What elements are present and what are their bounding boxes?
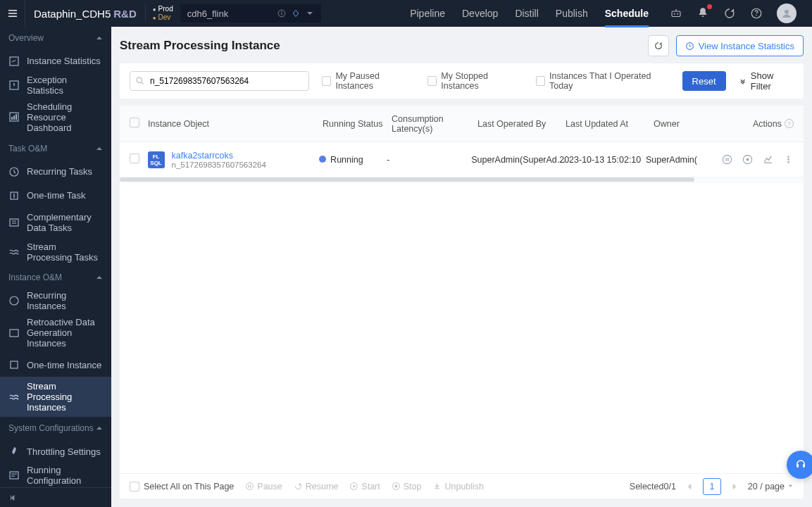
resume-button[interactable]: Resume [294, 482, 339, 492]
operated-by-value: SuperAdmin(SuperAd… [471, 155, 559, 165]
sidebar-item-onetime-task[interactable]: One-time Task [0, 184, 111, 208]
chevron-up-icon [96, 274, 103, 281]
owner-value: SuperAdmin( [646, 155, 722, 165]
select-all-checkbox[interactable]: Select All on This Page [130, 482, 234, 492]
svg-point-29 [787, 158, 789, 160]
col-owner: Owner [654, 119, 731, 129]
next-page-icon[interactable] [728, 480, 741, 493]
sidebar-group-task-om[interactable]: Task O&M [0, 137, 111, 160]
assistant-icon[interactable] [670, 7, 682, 20]
table-header: Instance Object Running Status Consumpti… [120, 106, 804, 142]
download-icon [432, 482, 442, 491]
help-icon[interactable] [750, 7, 763, 20]
start-button[interactable]: Start [349, 482, 380, 492]
sidebar-item-stream-instances[interactable]: Stream Processing Instances [0, 377, 111, 417]
svg-point-25 [723, 155, 731, 163]
reset-button[interactable]: Reset [682, 71, 726, 91]
sidebar-item-complementary-tasks[interactable]: Complementary Data Tasks [0, 208, 111, 237]
menu-icon [7, 8, 18, 19]
svg-point-9 [785, 10, 789, 14]
pause-action-icon[interactable] [722, 154, 732, 165]
diamond-icon [292, 9, 300, 18]
nav-publish[interactable]: Publish [556, 0, 588, 27]
show-filter-toggle[interactable]: Show Filter [739, 70, 794, 92]
refresh-icon [654, 41, 663, 51]
sidebar-item-retroactive-instances[interactable]: Retroactive Data Generation Instances [0, 313, 111, 353]
horizontal-scrollbar[interactable] [120, 177, 804, 183]
menu-toggle[interactable] [0, 0, 25, 27]
status-dot-icon [319, 156, 326, 163]
sidebar-group-instance-om[interactable]: Instance O&M [0, 267, 111, 289]
sidebar-item-recurring-tasks[interactable]: Recurring Tasks [0, 160, 111, 184]
brand-suffix: R&D [113, 8, 137, 20]
help-icon[interactable]: ? [785, 119, 794, 128]
col-operated-by: Last Operated By [477, 119, 566, 129]
project-name: cdh6_flink [187, 8, 229, 19]
page-number[interactable]: 1 [703, 478, 721, 495]
nav-distill[interactable]: Distill [515, 0, 538, 27]
nav-schedule[interactable]: Schedule [605, 0, 649, 27]
sidebar-item-recurring-instances[interactable]: Recurring Instances [0, 289, 111, 313]
sidebar-item-onetime-instance[interactable]: One-time Instance [0, 353, 111, 377]
selected-count: Selected0/1 [630, 482, 676, 492]
sidebar-item-instance-statistics[interactable]: Instance Statistics [0, 49, 111, 73]
project-selector[interactable]: cdh6_flink [180, 4, 321, 23]
clock-icon [685, 42, 694, 51]
prev-page-icon[interactable] [683, 480, 696, 493]
stop-action-icon[interactable] [742, 154, 753, 165]
sidebar-item-running-config[interactable]: Running Configuration [0, 463, 111, 487]
table-footer: Select All on This Page Pause Resume Sta… [120, 473, 804, 499]
checkbox-today[interactable]: Instances That I Operated Today [536, 71, 670, 91]
pause-icon [245, 482, 254, 491]
svg-point-5 [677, 13, 678, 15]
updated-at-value: 2023-10-13 15:02:10 [559, 155, 646, 165]
checkbox-stopped[interactable]: My Stopped Instances [427, 71, 523, 91]
brand-name: Dataphin_CDH5 [34, 8, 111, 20]
chevron-down-icon [787, 483, 794, 489]
svg-point-8 [756, 15, 757, 16]
refresh-button[interactable] [648, 35, 669, 56]
checkbox-paused[interactable]: My Paused Instances [322, 71, 415, 91]
filter-bar: My Paused Instances My Stopped Instances… [120, 63, 804, 99]
svg-rect-13 [11, 117, 13, 120]
sidebar-collapse[interactable] [0, 487, 111, 507]
sidebar: Overview Instance Statistics Exception S… [0, 27, 111, 507]
sidebar-group-system-config[interactable]: System Configurations [0, 417, 111, 439]
instance-id: n_5172698357607563264 [172, 161, 266, 169]
floating-action-button[interactable] [787, 451, 812, 479]
col-running-status: Running Status [323, 119, 392, 129]
sidebar-item-exception-statistics[interactable]: Exception Statistics [0, 73, 111, 97]
page-size-selector[interactable]: 20 / page [748, 482, 794, 492]
chart-action-icon[interactable] [763, 154, 773, 165]
sidebar-item-scheduling-resource[interactable]: Scheduling Resource Dashboard [0, 97, 111, 137]
stop-button[interactable]: Stop [392, 482, 422, 492]
svg-point-24 [137, 77, 142, 82]
pause-button[interactable]: Pause [245, 482, 282, 492]
view-statistics-button[interactable]: View Instance Statistics [676, 35, 804, 56]
top-nav: Pipeline Develop Distill Publish Schedul… [396, 0, 663, 27]
svg-rect-21 [11, 361, 18, 368]
sidebar-group-overview[interactable]: Overview [0, 27, 111, 49]
svg-rect-14 [13, 115, 15, 120]
svg-rect-18 [10, 219, 18, 226]
col-instance-object: Instance Object [148, 119, 323, 129]
unpublish-button[interactable]: Unpublish [432, 482, 484, 492]
sidebar-item-stream-tasks[interactable]: Stream Processing Tasks [0, 237, 111, 267]
svg-point-31 [246, 483, 254, 490]
row-checkbox[interactable] [130, 154, 139, 163]
instance-link[interactable]: kafka2starrcoks [172, 151, 266, 161]
col-actions: Actions? [731, 119, 794, 129]
svg-point-4 [674, 13, 675, 15]
nav-pipeline[interactable]: Pipeline [410, 0, 445, 27]
refresh-icon[interactable] [723, 7, 736, 20]
svg-rect-3 [672, 11, 680, 17]
search-input[interactable] [130, 71, 309, 91]
more-action-icon[interactable] [783, 154, 794, 165]
svg-point-1 [281, 11, 282, 13]
sidebar-item-throttling[interactable]: Throttling Settings [0, 439, 111, 463]
search-icon [135, 76, 144, 85]
page-title: Stream Processing Instance [120, 39, 280, 53]
avatar[interactable] [777, 4, 797, 23]
env-badge: Prod Dev [145, 5, 180, 22]
nav-develop[interactable]: Develop [462, 0, 498, 27]
